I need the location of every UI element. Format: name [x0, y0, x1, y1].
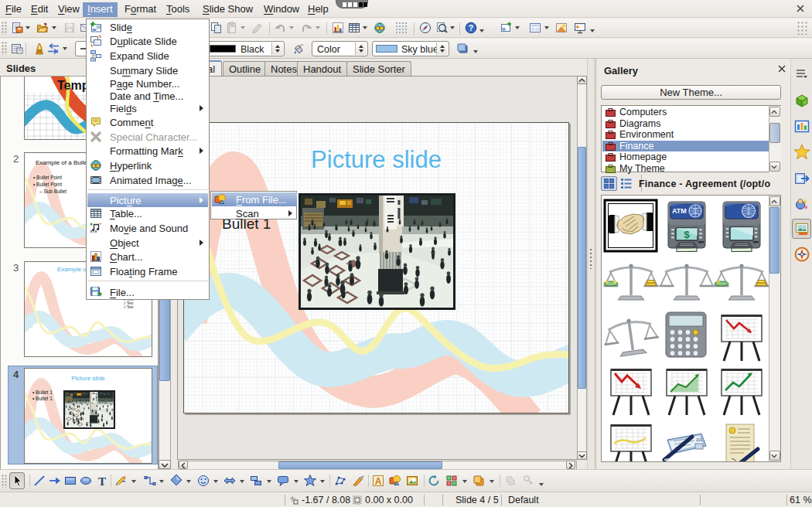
- svg-text:?: ?: [469, 23, 473, 32]
- svg-text:A: A: [375, 476, 382, 487]
- svg-text:ATM: ATM: [672, 207, 687, 215]
- svg-text:$: $: [684, 229, 690, 240]
- svg-text:T: T: [98, 475, 106, 488]
- svg-text:101: 101: [696, 437, 703, 442]
